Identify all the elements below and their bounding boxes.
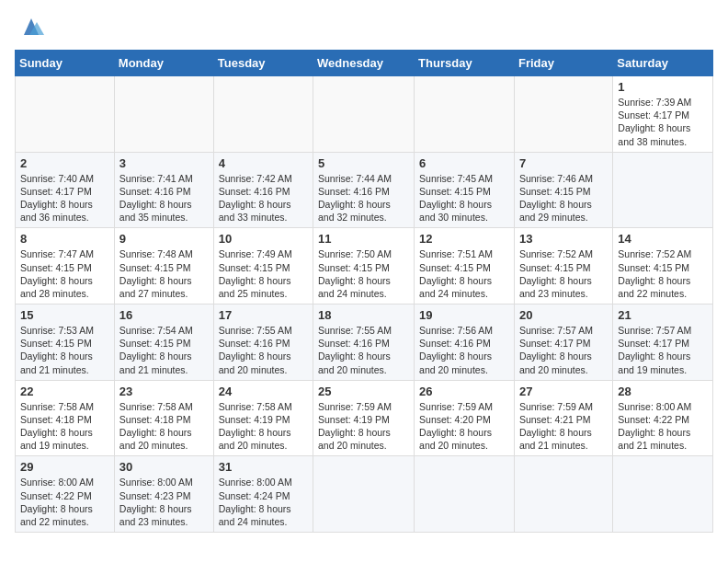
empty-cell	[613, 456, 713, 533]
day-of-week-header: Sunday	[16, 51, 115, 76]
day-number: 19	[419, 308, 509, 322]
day-info: Sunrise: 8:00 AMSunset: 4:22 PMDaylight:…	[618, 400, 708, 453]
day-info: Sunrise: 8:00 AMSunset: 4:24 PMDaylight:…	[219, 476, 308, 528]
table-row: 23Sunrise: 7:58 AMSunset: 4:18 PMDayligh…	[114, 380, 213, 456]
day-number: 10	[219, 232, 308, 246]
empty-cell	[415, 76, 515, 153]
logo-icon	[18, 15, 44, 40]
table-row: 25Sunrise: 7:59 AMSunset: 4:19 PMDayligh…	[313, 380, 415, 456]
day-info: Sunrise: 7:46 AMSunset: 4:15 PMDaylight:…	[519, 172, 608, 224]
day-of-week-header: Tuesday	[213, 51, 313, 76]
day-info: Sunrise: 7:55 AMSunset: 4:16 PMDaylight:…	[219, 324, 308, 376]
empty-cell	[514, 456, 612, 533]
day-of-week-header: Friday	[514, 51, 612, 76]
day-number: 17	[219, 308, 308, 322]
day-number: 27	[519, 385, 608, 398]
table-row: 27Sunrise: 7:59 AMSunset: 4:21 PMDayligh…	[514, 380, 612, 456]
table-row: 16Sunrise: 7:54 AMSunset: 4:15 PMDayligh…	[114, 304, 213, 381]
day-number: 6	[419, 156, 509, 170]
table-row: 24Sunrise: 7:58 AMSunset: 4:19 PMDayligh…	[213, 380, 313, 456]
table-row: 10Sunrise: 7:49 AMSunset: 4:15 PMDayligh…	[213, 228, 313, 304]
day-number: 18	[318, 308, 409, 322]
day-number: 1	[618, 80, 708, 94]
empty-cell	[213, 76, 313, 153]
table-row: 29Sunrise: 8:00 AMSunset: 4:22 PMDayligh…	[16, 456, 115, 533]
day-number: 22	[20, 385, 109, 398]
empty-cell	[16, 76, 115, 153]
day-info: Sunrise: 7:58 AMSunset: 4:18 PMDaylight:…	[119, 400, 209, 453]
day-info: Sunrise: 7:59 AMSunset: 4:21 PMDaylight:…	[519, 400, 608, 453]
calendar-header-row: SundayMondayTuesdayWednesdayThursdayFrid…	[16, 51, 713, 76]
table-row: 26Sunrise: 7:59 AMSunset: 4:20 PMDayligh…	[415, 380, 515, 456]
day-info: Sunrise: 7:52 AMSunset: 4:15 PMDaylight:…	[519, 247, 608, 300]
day-info: Sunrise: 7:58 AMSunset: 4:18 PMDaylight:…	[20, 400, 109, 453]
table-row: 31Sunrise: 8:00 AMSunset: 4:24 PMDayligh…	[213, 456, 313, 533]
table-row: 17Sunrise: 7:55 AMSunset: 4:16 PMDayligh…	[213, 304, 313, 381]
day-info: Sunrise: 7:59 AMSunset: 4:20 PMDaylight:…	[419, 400, 509, 453]
table-row: 2Sunrise: 7:40 AMSunset: 4:17 PMDaylight…	[16, 152, 115, 228]
table-row: 18Sunrise: 7:55 AMSunset: 4:16 PMDayligh…	[313, 304, 415, 381]
empty-cell	[313, 76, 415, 153]
table-row: 6Sunrise: 7:45 AMSunset: 4:15 PMDaylight…	[415, 152, 515, 228]
day-number: 14	[618, 232, 708, 246]
table-row: 19Sunrise: 7:56 AMSunset: 4:16 PMDayligh…	[415, 304, 515, 381]
day-info: Sunrise: 7:39 AMSunset: 4:17 PMDaylight:…	[618, 96, 708, 148]
table-row: 12Sunrise: 7:51 AMSunset: 4:15 PMDayligh…	[415, 228, 515, 304]
table-row: 8Sunrise: 7:47 AMSunset: 4:15 PMDaylight…	[16, 228, 115, 304]
day-number: 31	[219, 460, 308, 474]
day-info: Sunrise: 7:42 AMSunset: 4:16 PMDaylight:…	[219, 172, 308, 224]
day-number: 5	[318, 156, 409, 170]
day-of-week-header: Saturday	[613, 51, 713, 76]
day-number: 30	[119, 460, 209, 474]
day-info: Sunrise: 7:49 AMSunset: 4:15 PMDaylight:…	[219, 247, 308, 300]
table-row: 9Sunrise: 7:48 AMSunset: 4:15 PMDaylight…	[114, 228, 213, 304]
day-number: 29	[20, 460, 109, 474]
table-row: 15Sunrise: 7:53 AMSunset: 4:15 PMDayligh…	[16, 304, 115, 381]
day-number: 11	[318, 232, 409, 246]
table-row: 14Sunrise: 7:52 AMSunset: 4:15 PMDayligh…	[613, 228, 713, 304]
day-info: Sunrise: 7:59 AMSunset: 4:19 PMDaylight:…	[318, 400, 409, 453]
day-info: Sunrise: 7:47 AMSunset: 4:15 PMDaylight:…	[20, 247, 109, 300]
table-row: 5Sunrise: 7:44 AMSunset: 4:16 PMDaylight…	[313, 152, 415, 228]
day-number: 12	[419, 232, 509, 246]
day-info: Sunrise: 7:44 AMSunset: 4:16 PMDaylight:…	[318, 172, 409, 224]
table-row: 28Sunrise: 8:00 AMSunset: 4:22 PMDayligh…	[613, 380, 713, 456]
day-number: 7	[519, 156, 608, 170]
day-number: 25	[318, 385, 409, 398]
page-header	[15, 15, 713, 40]
day-number: 2	[20, 156, 109, 170]
day-info: Sunrise: 7:48 AMSunset: 4:15 PMDaylight:…	[119, 247, 209, 300]
day-number: 13	[519, 232, 608, 246]
day-info: Sunrise: 7:54 AMSunset: 4:15 PMDaylight:…	[119, 324, 209, 376]
day-number: 24	[219, 385, 308, 398]
day-info: Sunrise: 7:57 AMSunset: 4:17 PMDaylight:…	[618, 324, 708, 376]
day-info: Sunrise: 7:45 AMSunset: 4:15 PMDaylight:…	[419, 172, 509, 224]
day-number: 21	[618, 308, 708, 322]
table-row: 1Sunrise: 7:39 AMSunset: 4:17 PMDaylight…	[613, 76, 713, 153]
table-row: 13Sunrise: 7:52 AMSunset: 4:15 PMDayligh…	[514, 228, 612, 304]
day-number: 15	[20, 308, 109, 322]
day-info: Sunrise: 7:52 AMSunset: 4:15 PMDaylight:…	[618, 247, 708, 300]
logo	[15, 15, 44, 40]
day-number: 9	[119, 232, 209, 246]
day-number: 23	[119, 385, 209, 398]
day-info: Sunrise: 7:55 AMSunset: 4:16 PMDaylight:…	[318, 324, 409, 376]
day-number: 20	[519, 308, 608, 322]
day-info: Sunrise: 7:58 AMSunset: 4:19 PMDaylight:…	[219, 400, 308, 453]
day-of-week-header: Thursday	[415, 51, 515, 76]
day-info: Sunrise: 7:40 AMSunset: 4:17 PMDaylight:…	[20, 172, 109, 224]
table-row: 3Sunrise: 7:41 AMSunset: 4:16 PMDaylight…	[114, 152, 213, 228]
table-row: 4Sunrise: 7:42 AMSunset: 4:16 PMDaylight…	[213, 152, 313, 228]
table-row: 30Sunrise: 8:00 AMSunset: 4:23 PMDayligh…	[114, 456, 213, 533]
calendar-table: SundayMondayTuesdayWednesdayThursdayFrid…	[15, 50, 713, 533]
day-info: Sunrise: 8:00 AMSunset: 4:23 PMDaylight:…	[119, 476, 209, 528]
day-number: 28	[618, 385, 708, 398]
table-row: 7Sunrise: 7:46 AMSunset: 4:15 PMDaylight…	[514, 152, 612, 228]
day-info: Sunrise: 7:50 AMSunset: 4:15 PMDaylight:…	[318, 247, 409, 300]
table-row: 20Sunrise: 7:57 AMSunset: 4:17 PMDayligh…	[514, 304, 612, 381]
day-number: 16	[119, 308, 209, 322]
day-number: 8	[20, 232, 109, 246]
day-info: Sunrise: 8:00 AMSunset: 4:22 PMDaylight:…	[20, 476, 109, 528]
day-info: Sunrise: 7:57 AMSunset: 4:17 PMDaylight:…	[519, 324, 608, 376]
empty-cell	[613, 152, 713, 228]
